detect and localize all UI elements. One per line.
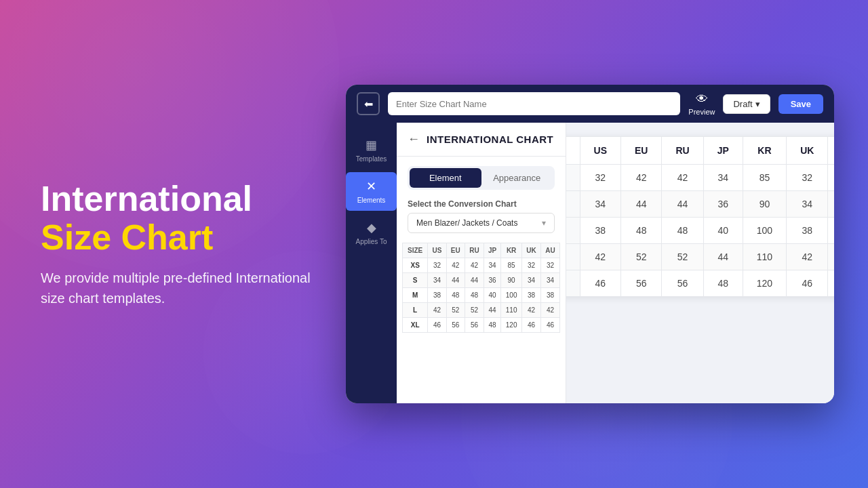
main-description: We provide multiple pre-defined Internat… [41,268,326,308]
cell-size: XL [566,270,580,297]
sidebar-item-applies-label: Applies To [356,238,387,245]
cell-kr: 100 [743,218,786,244]
cell-us: 46 [428,318,446,333]
col-au: AU [540,243,559,258]
cell-size: XS [403,258,428,273]
cell-au: 46 [828,270,834,297]
save-button[interactable]: Save [778,94,823,114]
cell-kr: 100 [501,288,522,303]
big-col-kr: KR [743,137,786,165]
table-row: S 34 44 44 36 90 34 34 [403,273,560,288]
conversion-label: Select the Conversion Chart [397,199,566,213]
cell-uk: 38 [521,288,540,303]
top-bar: ⬅ 👁 Preview Draft ▾ Save [346,85,834,123]
cell-au: 32 [540,258,559,273]
cell-uk: 32 [521,258,540,273]
cell-jp: 40 [484,288,500,303]
cell-uk: 46 [521,318,540,333]
cell-ru: 44 [465,273,484,288]
col-size: SIZE [403,243,428,258]
big-col-eu: EU [620,137,661,165]
chevron-down-icon: ▾ [755,99,760,109]
table-row: XS 32 42 42 34 85 32 32 [566,165,834,191]
cell-jp: 44 [484,303,500,318]
draft-button[interactable]: Draft ▾ [723,94,770,114]
cell-kr: 90 [743,191,786,218]
panel-back-arrow[interactable]: ← [408,132,420,146]
cell-us: 34 [580,191,620,218]
cell-eu: 56 [446,318,465,333]
cell-uk: 42 [787,244,828,270]
chart-header: ← INTERNATIONAL CHART [397,123,566,157]
col-us: US [428,243,446,258]
cell-size: L [403,303,428,318]
sidebar-item-templates[interactable]: ▦ Templates [346,131,397,169]
big-col-us: US [580,137,620,165]
cell-uk: 34 [521,273,540,288]
cell-size: M [403,288,428,303]
cell-uk: 34 [787,191,828,218]
cell-au: 34 [540,273,559,288]
dropdown-chevron-icon: ▾ [542,218,546,228]
preview-button[interactable]: 👁 Preview [688,92,715,116]
conversion-dropdown[interactable]: Men Blazer/ Jackets / Coats ▾ [408,213,555,233]
cell-eu: 42 [446,258,465,273]
col-eu: EU [446,243,465,258]
big-col-jp: JP [703,137,743,165]
cell-kr: 110 [743,244,786,270]
table-row: XL 46 56 56 48 120 46 46 [566,270,834,297]
col-uk: UK [521,243,540,258]
cell-eu: 42 [620,165,661,191]
chart-name-input[interactable] [388,92,680,115]
content-panel: ← INTERNATIONAL CHART Element Appearance… [397,123,566,403]
sidebar-item-elements[interactable]: ✕ Elements [346,172,397,211]
cell-us: 42 [580,244,620,270]
sidebar-item-elements-label: Elements [357,197,386,204]
table-row: L 42 52 52 44 110 42 42 [566,244,834,270]
cell-us: 38 [428,288,446,303]
chart-title: INTERNATIONAL CHART [427,134,553,145]
table-row: L 42 52 52 44 110 42 42 [403,303,560,318]
tab-element[interactable]: Element [410,168,481,188]
templates-icon: ▦ [366,138,377,152]
cell-au: 42 [828,244,834,270]
applies-to-icon: ◆ [367,220,376,235]
cell-uk: 38 [787,218,828,244]
cell-ru: 44 [662,191,703,218]
eye-icon: 👁 [696,92,708,106]
big-col-au: AU [828,137,834,165]
cell-ru: 42 [465,258,484,273]
preview-label: Preview [688,108,715,116]
col-kr: KR [501,243,522,258]
cell-uk: 32 [787,165,828,191]
cell-eu: 52 [446,303,465,318]
back-button[interactable]: ⬅ [357,92,380,115]
toggle-tabs: Element Appearance [408,166,555,190]
cell-jp: 48 [484,318,500,333]
cell-kr: 90 [501,273,522,288]
cell-jp: 34 [703,165,743,191]
cell-kr: 120 [501,318,522,333]
cell-uk: 46 [787,270,828,297]
cell-us: 32 [428,258,446,273]
big-size-table: SIZEUSEURUJPKRUKAU XS 32 42 42 34 85 32 … [566,136,834,297]
table-row: M 38 48 48 40 100 38 38 [403,288,560,303]
dropdown-value: Men Blazer/ Jackets / Coats [416,218,517,228]
elements-icon: ✕ [366,179,376,194]
cell-size: XS [566,165,580,191]
cell-us: 46 [580,270,620,297]
cell-ru: 52 [662,244,703,270]
cell-uk: 42 [521,303,540,318]
sidebar-item-templates-label: Templates [356,155,387,163]
col-ru: RU [465,243,484,258]
sidebar-item-applies-to[interactable]: ◆ Applies To [346,214,397,252]
cell-kr: 85 [501,258,522,273]
tab-appearance[interactable]: Appearance [481,168,553,188]
cell-ru: 56 [465,318,484,333]
table-row: S 34 44 44 36 90 34 34 [566,191,834,218]
mini-size-table: SIZE US EU RU JP KR UK AU XS 32 42 42 34… [402,243,560,333]
cell-eu: 44 [446,273,465,288]
cell-size: S [566,191,580,218]
cell-ru: 42 [662,165,703,191]
big-col-size: SIZE [566,137,580,165]
